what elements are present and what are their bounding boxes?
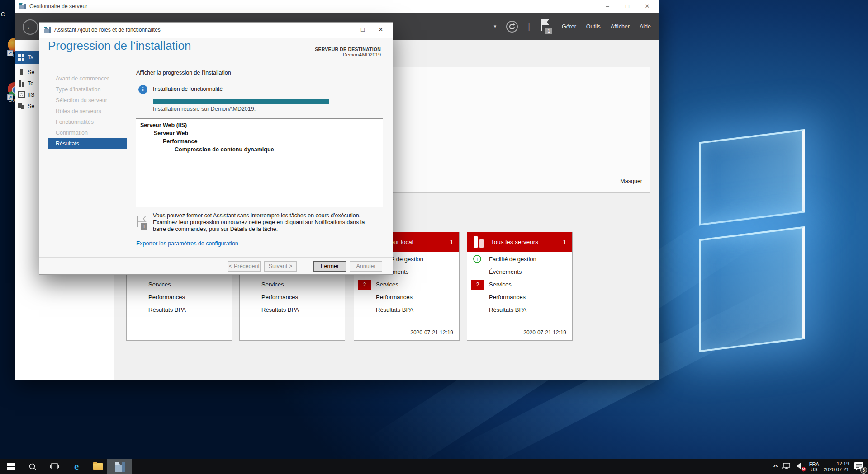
wizard-step-roles-serveurs[interactable]: Rôles de serveurs: [48, 106, 127, 117]
card-row-label: Performances: [261, 291, 298, 304]
result-item: Performance: [136, 137, 383, 145]
hide-welcome-link[interactable]: Masquer: [620, 178, 642, 184]
wizard-window-title: Assistant Ajout de rôles et de fonctionn…: [54, 23, 161, 38]
manageability-ok-icon: ↑: [473, 255, 481, 263]
start-button[interactable]: [4, 459, 18, 474]
annuler-button[interactable]: Annuler: [350, 261, 382, 272]
shortcut-arrow-icon: ↗: [7, 94, 13, 100]
info-icon: i: [138, 85, 147, 94]
tray-expand-button[interactable]: ^: [773, 463, 778, 470]
card-row-resultats-bpa[interactable]: Résultats BPA: [127, 304, 232, 316]
menu-afficher[interactable]: Afficher: [611, 23, 630, 30]
card-count: 1: [450, 232, 453, 252]
card-row-facilite[interactable]: ↑ Facilité de gestion: [467, 253, 572, 266]
card-row-evenements[interactable]: Événements: [467, 266, 572, 278]
folder-icon: [93, 463, 103, 470]
file-explorer-button[interactable]: [90, 459, 106, 474]
wizard-notice-text: Vous pouvez fermer cet Assistant sans in…: [153, 212, 369, 232]
wizard-app-icon: [44, 26, 51, 35]
feature-install-label: Installation de fonctionnalité: [153, 86, 223, 92]
back-button[interactable]: ←: [23, 19, 38, 35]
chevron-down-icon[interactable]: ▾: [494, 23, 497, 29]
services-alert-badge: 2: [358, 280, 371, 290]
taskbar: e ^ FRA US 12:19 2020-07-21: [0, 459, 868, 474]
export-config-link[interactable]: Exporter les paramètres de configuration: [136, 240, 238, 247]
maximize-button[interactable]: □: [617, 0, 637, 13]
menu-aide[interactable]: Aide: [640, 23, 651, 30]
card-row-services[interactable]: 2 Services: [467, 278, 572, 291]
card-row-label: Résultats BPA: [148, 304, 186, 316]
clock[interactable]: 12:19 2020-07-21: [824, 461, 849, 473]
sidebar-item-label: Se: [28, 103, 34, 109]
dashboard-card-tous-les-serveurs: Tous les serveurs 1 ↑ Facilité de gestio…: [467, 232, 573, 341]
wizard-steps: Avant de commencer Type d’installation S…: [48, 73, 127, 149]
card-count: 1: [563, 232, 566, 252]
card-row-performances[interactable]: Performances: [240, 291, 345, 304]
menu-outils[interactable]: Outils: [586, 23, 601, 30]
windows-logo-pane: [699, 226, 805, 352]
card-row-label: Services: [489, 278, 512, 291]
search-button[interactable]: [25, 459, 40, 474]
system-tray: ^ FRA US 12:19 2020-07-21 3: [774, 459, 865, 474]
wizard-step-selection-serveur[interactable]: Sélection du serveur: [48, 95, 127, 106]
sidebar-item-label: Ta: [28, 54, 33, 61]
wizard-step-fonctionnalites[interactable]: Fonctionnalités: [48, 117, 127, 127]
shortcut-arrow-icon: ↗: [7, 50, 13, 56]
dashboard-grid-icon: [18, 54, 25, 61]
card-row-services[interactable]: 2 Services: [354, 278, 459, 291]
clock-time: 12:19: [824, 461, 849, 467]
task-view-button[interactable]: [47, 459, 62, 474]
language-indicator[interactable]: FRA US: [809, 461, 819, 472]
close-button[interactable]: ✕: [372, 23, 390, 38]
notifications-flag-button[interactable]: 1: [540, 19, 552, 34]
server-manager-taskbar-button[interactable]: [107, 459, 132, 474]
sidebar-item-label: To: [28, 80, 33, 87]
card-row-label: Services: [261, 278, 284, 291]
volume-muted-icon[interactable]: [796, 462, 805, 472]
destination-server-label: SERVEUR DE DESTINATION: [315, 47, 381, 52]
card-row-resultats-bpa[interactable]: Résultats BPA: [467, 304, 572, 316]
card-row-services[interactable]: Services: [127, 278, 232, 291]
result-item: Serveur Web: [136, 129, 383, 137]
wizard-step-avant-de-commencer[interactable]: Avant de commencer: [48, 73, 127, 84]
server-manager-titlebar: Gestionnaire de serveur – □ ✕: [15, 0, 659, 13]
minimize-button[interactable]: –: [598, 0, 617, 13]
screen: C ↗ F ↗ Goog Gestionnaire de serveur – □…: [0, 0, 868, 474]
card-row-label: Performances: [489, 291, 526, 304]
card-row-performances[interactable]: Performances: [354, 291, 459, 304]
card-row-performances[interactable]: Performances: [127, 291, 232, 304]
wizard-step-type-installation[interactable]: Type d’installation: [48, 84, 127, 95]
progress-section-heading: Afficher la progression de l’installatio…: [136, 70, 231, 76]
fermer-button[interactable]: Fermer: [313, 261, 346, 272]
close-button[interactable]: ✕: [637, 0, 657, 13]
install-progress-fill: [153, 99, 329, 104]
refresh-button[interactable]: [506, 21, 518, 33]
card-row-performances[interactable]: Performances: [467, 291, 572, 304]
menu-gerer[interactable]: Gérer: [562, 23, 576, 30]
action-center-button[interactable]: 3: [854, 461, 865, 473]
card-header[interactable]: Tous les serveurs 1: [467, 232, 572, 252]
card-title: Tous les serveurs: [491, 232, 538, 252]
install-success-text: Installation réussie sur DemonAMD2019.: [153, 106, 256, 112]
maximize-button[interactable]: □: [354, 23, 372, 38]
card-row-resultats-bpa[interactable]: Résultats BPA: [240, 304, 345, 316]
internet-explorer-button[interactable]: e: [69, 459, 84, 474]
card-row-label: Résultats BPA: [489, 304, 526, 316]
wizard-step-resultats-active[interactable]: Résultats: [48, 138, 127, 149]
server-manager-icon: [114, 461, 126, 473]
minimize-button[interactable]: –: [336, 23, 354, 38]
card-row-services[interactable]: Services: [240, 278, 345, 291]
card-row-label: Performances: [148, 291, 185, 304]
wizard-step-confirmation[interactable]: Confirmation: [48, 127, 127, 138]
destination-server: SERVEUR DE DESTINATION DemonAMD2019: [315, 47, 381, 57]
servers-icon: [18, 80, 25, 87]
network-icon[interactable]: [782, 462, 791, 472]
card-row-resultats-bpa[interactable]: Résultats BPA: [354, 304, 459, 316]
servers-icon: [474, 236, 485, 248]
divider: [127, 73, 127, 253]
result-item: Compression de contenu dynamique: [136, 145, 383, 154]
notification-count-badge: 1: [545, 28, 552, 34]
card-row-label: Événements: [489, 266, 522, 278]
next-button[interactable]: Suivant >: [264, 261, 297, 272]
previous-button[interactable]: < Précédent: [228, 261, 261, 272]
